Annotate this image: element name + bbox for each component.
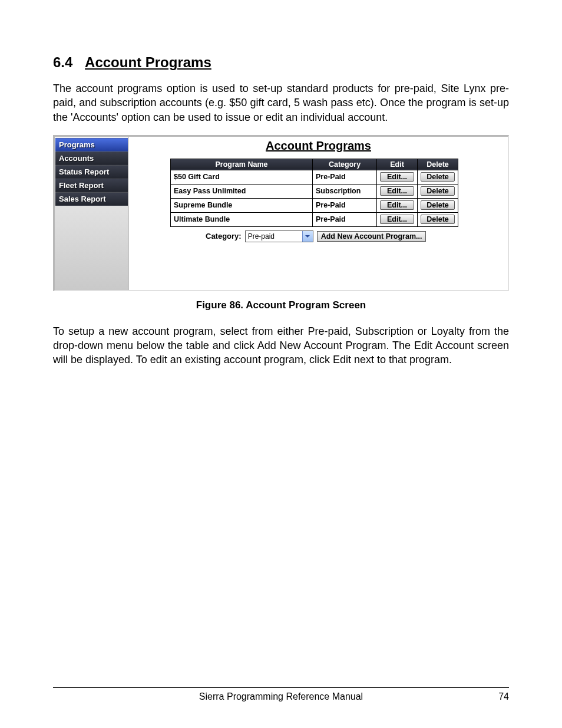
col-header-delete: Delete <box>418 159 458 170</box>
table-row: Ultimate Bundle Pre-Paid Edit... Delete <box>171 212 458 226</box>
section-title: Account Programs <box>74 54 211 70</box>
screenshot-figure: Programs Accounts Status Report Fleet Re… <box>53 135 509 291</box>
cell-name: Easy Pass Unlimited <box>171 184 313 198</box>
sidebar-item-status-report[interactable]: Status Report <box>55 165 128 179</box>
category-label: Category: <box>206 232 242 241</box>
edit-button[interactable]: Edit... <box>380 215 414 224</box>
sidebar-item-accounts[interactable]: Accounts <box>55 151 128 165</box>
col-header-edit: Edit <box>377 159 418 170</box>
cell-name: Supreme Bundle <box>171 198 313 212</box>
delete-button[interactable]: Delete <box>421 172 455 182</box>
edit-button[interactable]: Edit... <box>380 172 414 182</box>
edit-button[interactable]: Edit... <box>380 186 414 196</box>
table-row: $50 Gift Card Pre-Paid Edit... Delete <box>171 170 458 184</box>
section-heading: 6.4 Account Programs <box>53 54 509 71</box>
category-select[interactable]: Pre-paid <box>245 230 313 242</box>
delete-button[interactable]: Delete <box>421 215 455 224</box>
intro-paragraph: The account programs option is used to s… <box>53 81 509 124</box>
content-title: Account Programs <box>129 139 508 153</box>
add-new-account-program-button[interactable]: Add New Account Program... <box>317 231 427 242</box>
edit-button[interactable]: Edit... <box>380 200 414 210</box>
cell-category: Pre-Paid <box>313 212 377 226</box>
sidebar-item-fleet-report[interactable]: Fleet Report <box>55 179 128 192</box>
table-row: Easy Pass Unlimited Subscription Edit...… <box>171 184 458 198</box>
figure-caption: Figure 86. Account Program Screen <box>53 299 509 311</box>
sidebar: Programs Accounts Status Report Fleet Re… <box>55 137 129 290</box>
cell-name: $50 Gift Card <box>171 170 313 184</box>
delete-button[interactable]: Delete <box>421 186 455 196</box>
table-row: Supreme Bundle Pre-Paid Edit... Delete <box>171 198 458 212</box>
col-header-name: Program Name <box>171 159 313 170</box>
footer-page-number: 74 <box>474 691 509 702</box>
footer-title: Sierra Programming Reference Manual <box>88 691 474 702</box>
instructions-paragraph: To setup a new account program, select f… <box>53 324 509 367</box>
delete-button[interactable]: Delete <box>421 200 455 210</box>
section-number: 6.4 <box>53 54 72 70</box>
cell-category: Pre-Paid <box>313 170 377 184</box>
programs-table: Program Name Category Edit Delete $50 Gi… <box>170 159 458 227</box>
page-footer: Sierra Programming Reference Manual 74 <box>53 687 509 702</box>
cell-name: Ultimate Bundle <box>171 212 313 226</box>
cell-category: Pre-Paid <box>313 198 377 212</box>
chevron-down-icon <box>302 231 313 242</box>
col-header-category: Category <box>313 159 377 170</box>
footer-rule <box>53 687 509 688</box>
controls-row: Category: Pre-paid Add New Account Progr… <box>129 230 508 242</box>
sidebar-item-programs[interactable]: Programs <box>55 138 128 151</box>
content-pane: Account Programs Program Name Category E… <box>129 137 508 290</box>
cell-category: Subscription <box>313 184 377 198</box>
sidebar-item-sales-report[interactable]: Sales Report <box>55 192 128 206</box>
category-select-value: Pre-paid <box>248 232 275 241</box>
